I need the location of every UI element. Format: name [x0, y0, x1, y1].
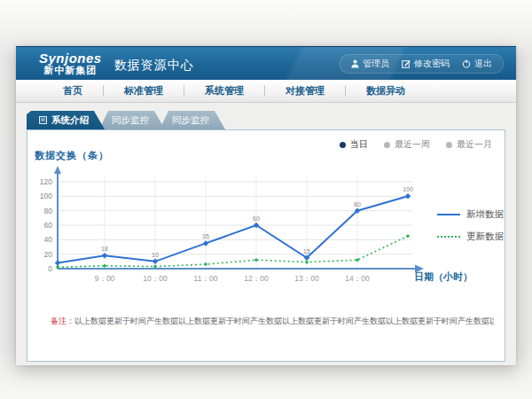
- chart-x-axis-title: 日期（小时）: [414, 270, 473, 284]
- svg-text:13：00: 13：00: [294, 274, 319, 283]
- tab-label: 同步监控: [112, 114, 149, 127]
- svg-text:15: 15: [303, 248, 310, 254]
- svg-text:60: 60: [44, 221, 53, 230]
- radio-last-month[interactable]: 最近一月: [446, 138, 492, 151]
- tab-sync-monitor-1[interactable]: 同步监控: [99, 111, 165, 129]
- user-name-label: 管理员: [363, 58, 389, 70]
- footnote-text: ：以上数据更新于时间产生数据以上数据更新于时间产生数据以上数据更新于时间产生数据…: [66, 317, 494, 325]
- nav-item-system-mgmt[interactable]: 系统管理: [184, 80, 264, 102]
- tab-bar: 系统介绍 同步监控 同步监控: [27, 111, 516, 129]
- svg-text:60: 60: [253, 215, 260, 222]
- radio-dot: [446, 142, 452, 148]
- radio-last-week[interactable]: 最近一周: [384, 138, 430, 151]
- tab-label: 同步监控: [172, 114, 209, 127]
- svg-text:80: 80: [354, 201, 361, 207]
- document-icon: [39, 116, 47, 124]
- legend-item-new-data: 新增数据: [437, 208, 504, 221]
- legend-label: 新增数据: [466, 208, 504, 221]
- svg-text:120: 120: [40, 177, 52, 186]
- svg-text:14：00: 14：00: [345, 274, 370, 283]
- radio-label: 最近一周: [395, 138, 430, 151]
- page-title: 数据资源中心: [114, 58, 194, 74]
- user-menu: 管理员 修改密码 退出: [340, 54, 504, 74]
- time-range-filter: 当日 最近一周 最近一月: [340, 138, 492, 151]
- svg-text:10：00: 10：00: [143, 274, 168, 283]
- change-password-button[interactable]: 修改密码: [402, 58, 450, 70]
- nav-item-standard-mgmt[interactable]: 标准管理: [104, 80, 184, 102]
- change-password-label: 修改密码: [414, 58, 450, 70]
- radio-today[interactable]: 当日: [340, 138, 368, 151]
- svg-text:20: 20: [44, 250, 53, 259]
- svg-text:0: 0: [48, 264, 52, 273]
- nav-item-interface-mgmt[interactable]: 对接管理: [265, 80, 345, 102]
- legend-dotted-line-swatch: [437, 236, 460, 238]
- chart-y-axis-title: 数据交换（条）: [35, 149, 109, 162]
- logo-cn-text: 新中新集团: [39, 66, 102, 76]
- svg-text:100: 100: [40, 192, 52, 200]
- tab-label: 系统介绍: [51, 114, 89, 127]
- radio-dot: [340, 142, 346, 148]
- svg-text:10: 10: [152, 252, 159, 258]
- user-icon: [351, 59, 359, 68]
- legend-item-updated-data: 更新数据: [437, 231, 504, 243]
- legend-label: 更新数据: [466, 231, 504, 243]
- chart-legend: 新增数据 更新数据: [437, 208, 504, 243]
- svg-text:40: 40: [44, 235, 53, 244]
- company-logo: Synjones 新中新集团: [39, 51, 102, 75]
- svg-text:12：00: 12：00: [244, 274, 269, 283]
- svg-text:11：00: 11：00: [194, 274, 218, 283]
- radio-label: 当日: [350, 138, 368, 151]
- current-user-button[interactable]: 管理员: [351, 58, 389, 70]
- chart-plot: 0204060801001209：0010：0011：0012：0013：001…: [27, 162, 444, 291]
- radio-label: 最近一月: [457, 138, 492, 151]
- logo-en-text: Synjones: [39, 51, 102, 66]
- nav-item-data-change[interactable]: 数据异动: [346, 80, 426, 102]
- main-nav: 首页 标准管理 系统管理 对接管理 数据异动: [16, 80, 516, 103]
- app-header: Synjones 新中新集团 数据资源中心 管理员 修改密码 退出: [16, 46, 516, 80]
- logout-label: 退出: [474, 58, 492, 70]
- radio-dot: [384, 142, 390, 148]
- svg-text:9：00: 9：00: [95, 274, 115, 283]
- logout-button[interactable]: 退出: [462, 58, 492, 70]
- app-window: Synjones 新中新集团 数据资源中心 管理员 修改密码 退出 首页 标准管…: [16, 46, 516, 365]
- tab-sync-monitor-2[interactable]: 同步监控: [160, 111, 225, 129]
- nav-item-home[interactable]: 首页: [43, 80, 103, 102]
- tab-system-intro[interactable]: 系统介绍: [27, 111, 105, 129]
- footnote: 备注：以上数据更新于时间产生数据以上数据更新于时间产生数据以上数据更新于时间产生…: [51, 316, 494, 327]
- svg-text:100: 100: [403, 186, 413, 192]
- legend-solid-line-swatch: [437, 214, 460, 215]
- svg-text:80: 80: [44, 207, 53, 215]
- chart-panel: 当日 最近一周 最近一月 数据交换（条） 0204060801001209：00…: [27, 129, 505, 362]
- edit-icon: [402, 59, 411, 68]
- power-icon: [462, 59, 471, 68]
- svg-text:35: 35: [202, 233, 209, 239]
- content-area: 系统介绍 同步监控 同步监控 当日 最近一周: [16, 103, 516, 365]
- footnote-label: 备注: [51, 317, 66, 325]
- svg-text:18: 18: [101, 246, 108, 252]
